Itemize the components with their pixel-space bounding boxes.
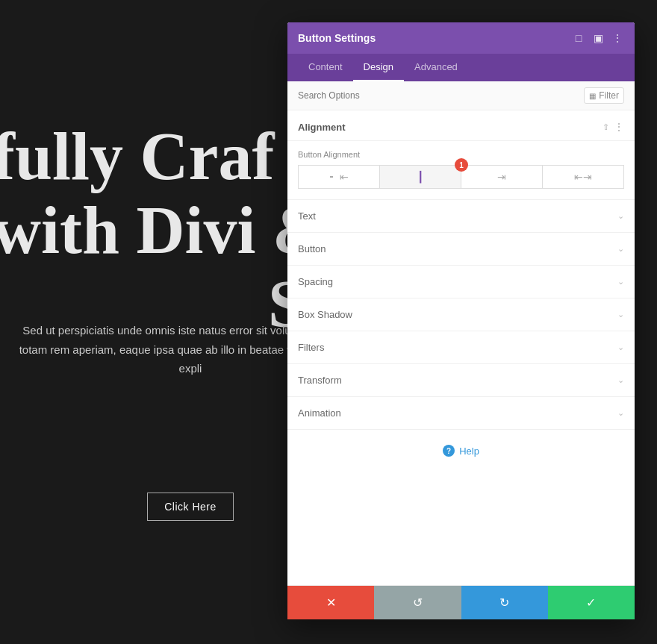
section-header-icons: ⇧ ⋮ <box>602 121 624 133</box>
animation-chevron-icon: ⌄ <box>617 408 624 418</box>
filters-section[interactable]: Filters ⌄ <box>287 331 635 364</box>
box-shadow-section-label: Box Shadow <box>298 309 352 320</box>
transform-section-label: Transform <box>298 375 342 386</box>
alignment-section-header: Alignment ⇧ ⋮ <box>287 110 635 141</box>
spacing-section-label: Spacing <box>298 276 333 287</box>
align-right-button[interactable]: ⇥ <box>461 165 542 189</box>
cancel-button[interactable]: ✕ <box>287 586 374 619</box>
align-auto-button[interactable]: ⇤⇥ <box>542 165 624 189</box>
hero-text: fully Craf with Divi & S <box>0 119 328 341</box>
box-shadow-chevron-icon: ⌄ <box>617 310 624 319</box>
button-chevron-icon: ⌄ <box>617 244 624 254</box>
collapse-icon[interactable]: ⇧ <box>602 122 609 132</box>
search-input[interactable] <box>298 90 584 101</box>
modal-header: Button Settings □ ▣ ⋮ <box>287 22 635 54</box>
search-bar: ▦ Filter <box>287 81 635 110</box>
modal-title: Button Settings <box>298 32 376 44</box>
header-icons: □ ▣ ⋮ <box>572 31 624 45</box>
save-button[interactable]: ✓ <box>548 586 635 619</box>
tab-advanced[interactable]: Advanced <box>404 54 468 81</box>
modal-tabs: Content Design Advanced <box>287 54 635 81</box>
more-icon[interactable]: ⋮ <box>611 31 624 45</box>
badge-1: 1 <box>455 158 468 172</box>
button-settings-panel: Button Settings □ ▣ ⋮ Content Design Adv… <box>287 22 635 619</box>
text-chevron-icon: ⌄ <box>617 211 624 221</box>
button-section-label: Button <box>298 243 326 254</box>
tab-design[interactable]: Design <box>353 54 404 81</box>
alignment-button-group: ⇤ 1 ┃ ⇥ ⇤⇥ <box>298 165 624 189</box>
modal-footer: ✕ ↺ ↻ ✓ <box>287 585 635 619</box>
help-section: ? Help <box>287 430 635 472</box>
filter-label: Filter <box>599 90 619 101</box>
box-shadow-section[interactable]: Box Shadow ⌄ <box>287 298 635 331</box>
align-center-button[interactable]: 1 ┃ <box>379 165 461 189</box>
options-icon[interactable]: ⋮ <box>614 121 624 133</box>
redo-button[interactable]: ↻ <box>461 586 548 619</box>
align-left-button[interactable]: ⇤ <box>298 165 379 189</box>
modal-body: Alignment ⇧ ⋮ Button Alignment ⇤ <box>287 110 635 585</box>
animation-section-label: Animation <box>298 407 341 419</box>
help-icon: ? <box>443 445 455 457</box>
transform-section[interactable]: Transform ⌄ <box>287 364 635 397</box>
maximize-icon[interactable]: ▣ <box>591 31 605 45</box>
text-section-label: Text <box>298 210 316 222</box>
spacing-chevron-icon: ⌄ <box>617 277 624 287</box>
align-left-icon <box>329 172 340 182</box>
filter-button[interactable]: ▦ Filter <box>584 87 624 104</box>
button-section[interactable]: Button ⌄ <box>287 233 635 266</box>
tab-content[interactable]: Content <box>298 54 353 81</box>
alignment-content: Button Alignment ⇤ 1 ┃ ⇥ <box>287 141 635 200</box>
minimize-icon[interactable]: □ <box>572 31 585 45</box>
help-link[interactable]: Help <box>459 446 479 457</box>
transform-chevron-icon: ⌄ <box>617 375 624 385</box>
alignment-title: Alignment <box>298 122 346 133</box>
spacing-section[interactable]: Spacing ⌄ <box>287 266 635 298</box>
filter-icon: ▦ <box>589 92 596 100</box>
reset-button[interactable]: ↺ <box>374 586 461 619</box>
cta-button[interactable]: Click Here <box>147 493 234 521</box>
filters-chevron-icon: ⌄ <box>617 343 624 352</box>
filters-section-label: Filters <box>298 342 324 353</box>
animation-section[interactable]: Animation ⌄ <box>287 397 635 430</box>
text-section[interactable]: Text ⌄ <box>287 200 635 233</box>
